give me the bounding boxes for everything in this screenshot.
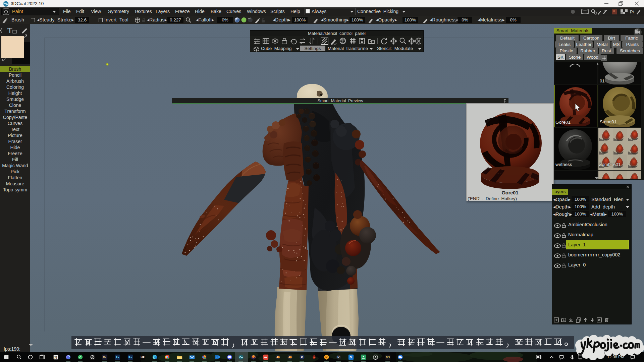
svg-text:Ps: Ps bbox=[116, 356, 119, 359]
svg-text:K: K bbox=[301, 356, 303, 359]
svg-text:m: m bbox=[264, 356, 267, 359]
svg-text:K: K bbox=[337, 356, 340, 359]
svg-text:K: K bbox=[325, 356, 328, 359]
svg-text:Ps: Ps bbox=[128, 356, 132, 359]
svg-text:DS: DS bbox=[386, 356, 390, 359]
svg-text:HP: HP bbox=[141, 356, 145, 359]
svg-text:B: B bbox=[350, 356, 352, 359]
svg-text:o: o bbox=[216, 356, 217, 359]
svg-text:N: N bbox=[54, 355, 57, 359]
svg-text:Br: Br bbox=[103, 356, 106, 359]
